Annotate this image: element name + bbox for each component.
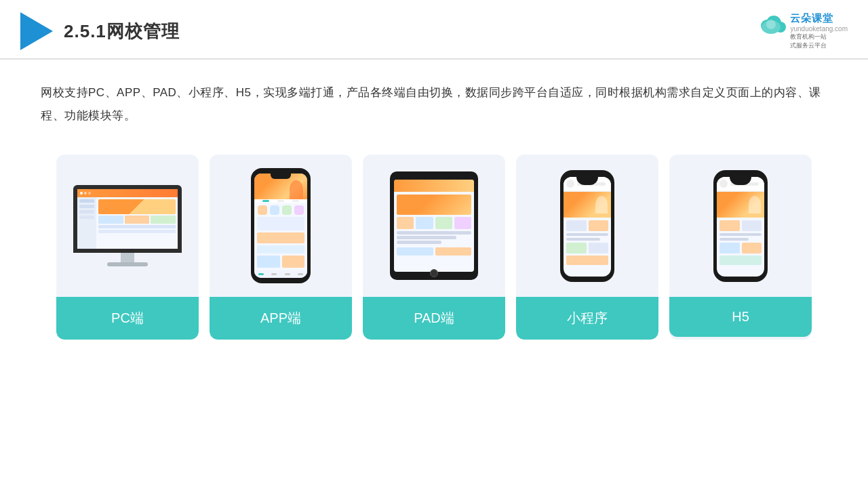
cards-container: PC端 <box>0 141 868 360</box>
header-left: 2.5.1网校管理 <box>20 12 180 50</box>
small-phone-mini <box>560 170 614 282</box>
small-phone-figure <box>595 196 608 214</box>
small-phone-banner-h5 <box>717 192 764 218</box>
brand-name: 云朵课堂 <box>790 12 833 25</box>
card-image-app <box>210 155 352 297</box>
page-title: 2.5.1网校管理 <box>64 20 180 43</box>
card-image-mini <box>516 155 658 297</box>
brand-text-col: 云朵课堂 yunduoketang.com 教育机构一站 式服务云平台 <box>790 12 848 49</box>
small-phone-banner <box>564 192 611 218</box>
small-phone-figure-h5 <box>749 196 761 214</box>
svg-point-5 <box>766 20 776 29</box>
tablet-banner <box>397 195 471 215</box>
card-image-pc <box>56 155 199 297</box>
brand-container: 云朵课堂 yunduoketang.com 教育机构一站 式服务云平台 <box>759 12 848 49</box>
description-text: 网校支持PC、APP、PAD、小程序、H5，实现多端打通，产品各终端自由切换，数… <box>0 60 868 141</box>
card-label-pc: PC端 <box>56 297 199 340</box>
header: 2.5.1网校管理 云朵课堂 yunduoketang.com 教育机构一站 式… <box>0 0 868 60</box>
card-image-pad <box>363 155 505 297</box>
brand-slogan: 教育机构一站 式服务云平台 <box>790 33 827 49</box>
small-phone-notch-h5 <box>730 170 751 185</box>
small-phone-notch <box>576 170 598 185</box>
phone-notch <box>271 174 291 179</box>
tablet-mockup <box>390 171 478 280</box>
pc-monitor-icon <box>73 185 182 266</box>
banner-figure <box>290 180 303 199</box>
card-label-app: APP端 <box>210 297 352 340</box>
brand-url: yunduoketang.com <box>790 25 848 33</box>
card-image-h5 <box>669 155 812 297</box>
small-phone-h5 <box>713 170 768 282</box>
logo-triangle-icon <box>20 12 53 50</box>
card-h5: H5 <box>669 155 812 340</box>
small-phone-screen <box>564 177 611 277</box>
card-app: APP端 <box>210 155 352 340</box>
phone-screen <box>254 174 307 278</box>
tablet-screen-top <box>394 180 474 192</box>
small-phone-screen-h5 <box>717 177 764 277</box>
card-label-h5: H5 <box>669 297 812 337</box>
card-pc: PC端 <box>56 155 199 340</box>
card-label-pad: PAD端 <box>363 297 505 340</box>
screen-topbar <box>77 189 178 197</box>
card-label-mini: 小程序 <box>516 297 658 340</box>
card-pad: PAD端 <box>363 155 505 340</box>
card-mini: 小程序 <box>516 155 658 340</box>
phone-mockup-app <box>251 168 311 283</box>
tablet-home-btn <box>430 269 438 277</box>
tablet-screen <box>394 180 474 272</box>
brand-cloud-icon <box>759 12 789 35</box>
